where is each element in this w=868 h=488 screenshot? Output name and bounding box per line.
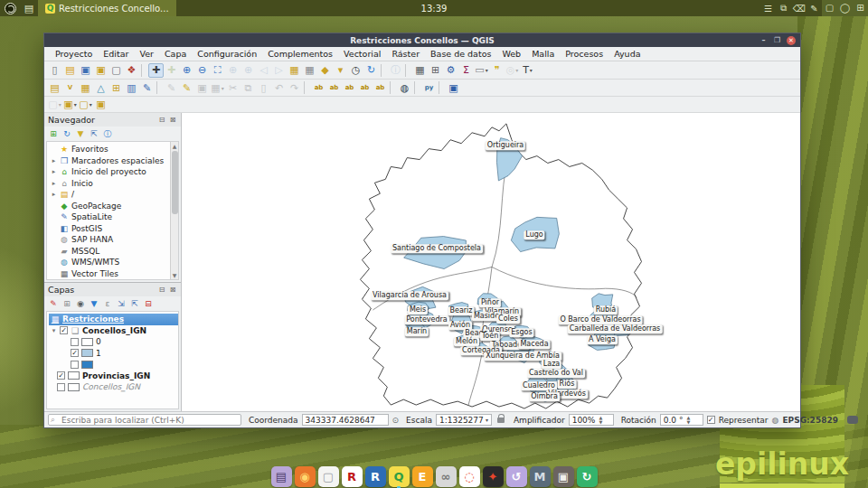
messages-icon[interactable]: [847, 416, 858, 424]
refresh-map-icon[interactable]: ↻: [363, 63, 379, 78]
menu-configuraci-n[interactable]: Configuración: [192, 49, 262, 59]
properties-info-icon[interactable]: ⓘ: [101, 128, 114, 140]
change-label-icon[interactable]: ab: [373, 80, 388, 95]
browser-item-favoritos[interactable]: ★Favoritos: [49, 144, 178, 155]
new-3d-map-view-icon[interactable]: ▦: [302, 63, 317, 78]
locator-search-input[interactable]: [48, 414, 241, 426]
layer-row-swatch[interactable]: [49, 359, 178, 371]
browser-item-geopackage[interactable]: ◆GeoPackage: [49, 201, 178, 212]
dock-r-commander[interactable]: R: [342, 466, 363, 487]
browser-item-vector-tiles[interactable]: ▦Vector Tiles: [49, 268, 178, 280]
filter-legend-icon[interactable]: ▼: [88, 299, 100, 308]
browser-item-inicio[interactable]: ▸⌂Inicio: [49, 178, 178, 190]
filter-by-expression-icon[interactable]: ε: [101, 299, 114, 308]
measure-icon[interactable]: ▭▾: [474, 63, 489, 78]
browser-item-[interactable]: ▸▤/: [49, 189, 178, 201]
expander-icon[interactable]: ▸: [51, 191, 57, 198]
add-icon[interactable]: ⊞: [853, 0, 868, 16]
browser-item-marcadores-espaciales[interactable]: ▸❒Marcadores espaciales: [49, 155, 178, 167]
dock-e-app[interactable]: E: [412, 466, 433, 487]
layer-row-concellos-ign[interactable]: Concellos_IGN: [49, 381, 178, 393]
statistics-summary-icon[interactable]: Σ: [458, 63, 474, 78]
help-contents-icon[interactable]: ▣: [446, 80, 461, 95]
menu-editar[interactable]: Editar: [98, 49, 134, 59]
browser-item-wms-wmts[interactable]: ◍WMS/WMTS: [49, 257, 178, 268]
layer-checkbox[interactable]: [57, 383, 65, 391]
expand-all-icon[interactable]: ⇲: [115, 299, 127, 308]
field-calculator-icon[interactable]: ⊞: [428, 63, 443, 78]
menu-web[interactable]: Web: [496, 49, 526, 59]
data-source-manager-icon[interactable]: ▤: [47, 80, 62, 95]
processing-toolbox-icon[interactable]: ⚙: [443, 63, 458, 78]
dock-chain-links[interactable]: ∞: [436, 466, 457, 487]
manage-map-themes-icon[interactable]: ◉: [74, 299, 87, 308]
pan-to-selection-icon[interactable]: ✚: [164, 63, 179, 78]
style-manager-icon[interactable]: ❖: [124, 63, 139, 78]
collapse-all-icon[interactable]: ⇱: [88, 129, 100, 138]
zoom-in-icon[interactable]: ⊕: [179, 63, 194, 78]
refresh-browser-icon[interactable]: ↻: [61, 129, 73, 138]
maximize-button[interactable]: ❐: [773, 36, 781, 44]
dock-updater[interactable]: ↻: [577, 466, 598, 487]
expander-icon[interactable]: ▸: [51, 168, 57, 175]
rollback-edits-icon[interactable]: ▦▾: [210, 80, 225, 95]
spinner-arrows-icon[interactable]: ▲▼: [599, 416, 602, 425]
add-selected-layers-icon[interactable]: ⊞: [47, 129, 60, 138]
dock-circle-app[interactable]: ◌: [459, 466, 480, 487]
deselect-features-icon[interactable]: ▢▾: [78, 98, 93, 112]
new-map-view-icon[interactable]: ▦: [287, 63, 302, 78]
cut-features-icon[interactable]: ✂: [225, 80, 241, 95]
zoom-to-layer-icon[interactable]: ⊕: [241, 63, 256, 78]
window-titlebar[interactable]: Restricciones Concellos — QGIS – ❐ ✕: [44, 33, 800, 47]
toggle-editing-icon[interactable]: ✎: [164, 80, 179, 95]
layer-row-restricciones[interactable]: ▦Restricciones: [49, 314, 178, 325]
coordinate-box[interactable]: 343337.4628647: [302, 414, 389, 426]
nominatim-search-icon[interactable]: ◎▾: [505, 63, 520, 78]
open-project-icon[interactable]: ▤: [62, 63, 78, 78]
menu-ayuda[interactable]: Ayuda: [609, 49, 646, 59]
new-bookmark-icon[interactable]: ◆: [317, 63, 333, 78]
layer-checkbox[interactable]: [57, 371, 65, 380]
file-manager-button[interactable]: ▤: [20, 0, 38, 16]
browser-scrollbar[interactable]: ▲▼: [170, 142, 178, 279]
minimize-button[interactable]: –: [760, 36, 768, 44]
save-edits-icon[interactable]: ▣: [194, 80, 210, 95]
dock-qgis[interactable]: Q: [389, 466, 410, 487]
menu-complementos[interactable]: Complementos: [262, 49, 338, 59]
dock-file-manager[interactable]: ▤: [271, 466, 292, 487]
add-raster-layer-icon[interactable]: ▦: [78, 80, 93, 95]
browser-item-spatialite[interactable]: ✎SpatiaLite: [49, 211, 178, 223]
screenshot-area-icon[interactable]: ▢: [822, 0, 837, 16]
map-canvas[interactable]: OrtigueiraLugoSantiago de CompostelaVila…: [182, 113, 800, 411]
save-project-as-icon[interactable]: ▣: [93, 63, 108, 78]
copy-features-icon[interactable]: ⧉: [241, 80, 256, 95]
class-checkbox[interactable]: [71, 349, 79, 357]
layer-labeling-icon[interactable]: ab: [311, 80, 326, 95]
show-bookmarks-icon[interactable]: ▾: [333, 63, 348, 78]
expander-icon[interactable]: ▾: [51, 327, 57, 334]
layer-row-1[interactable]: 1: [49, 348, 178, 360]
menu-icon[interactable]: ☰: [760, 4, 776, 14]
menu-procesos[interactable]: Procesos: [560, 49, 609, 59]
crs-indicator[interactable]: EPSG:25829: [782, 416, 838, 425]
zoom-next-icon[interactable]: ▷: [271, 63, 287, 78]
metasearch-icon[interactable]: ◍: [397, 80, 412, 95]
menu-proyecto[interactable]: Proyecto: [50, 49, 98, 59]
pen-icon[interactable]: ✎: [807, 4, 822, 14]
add-mesh-layer-icon[interactable]: △: [93, 80, 108, 95]
layer-row-concellos-ign[interactable]: ▾❑Concellos_IGN: [49, 325, 178, 337]
identify-features-icon[interactable]: ⓘ: [388, 63, 403, 78]
zoom-last-icon[interactable]: ◁: [256, 63, 271, 78]
close-button[interactable]: ✕: [787, 36, 796, 45]
dock-r[interactable]: R: [365, 466, 386, 487]
paste-features-icon[interactable]: ▯: [256, 80, 271, 95]
add-postgis-layer-icon[interactable]: ▥: [124, 80, 139, 95]
add-delimited-text-icon[interactable]: ⊞: [108, 80, 124, 95]
add-spatialite-layer-icon[interactable]: ✎: [139, 80, 155, 95]
add-group-icon[interactable]: ⊞: [61, 299, 73, 308]
taskbar-window-button[interactable]: Q Restricciones Concello...: [38, 0, 176, 16]
dock-purple-loop[interactable]: ↺: [506, 466, 527, 487]
dock-firefox[interactable]: ◉: [295, 466, 316, 487]
menu-base-de-datos[interactable]: Base de datos: [425, 49, 496, 59]
lock-scale-icon[interactable]: [497, 418, 505, 423]
